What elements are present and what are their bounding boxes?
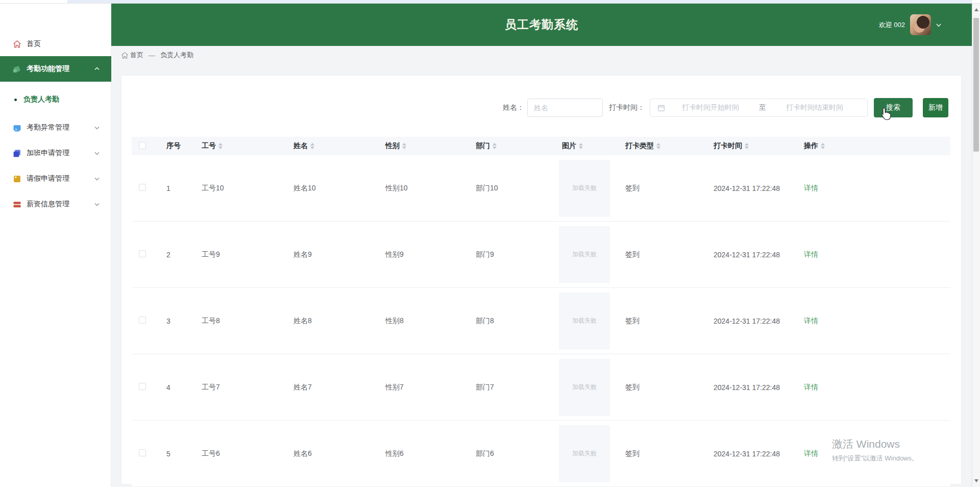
cell-punch-time: 2024-12-31 17:22:48	[710, 251, 800, 259]
cell-dept: 部门6	[470, 449, 556, 458]
col-header-index[interactable]: 序号	[158, 141, 196, 151]
col-header-punch-time[interactable]: 打卡时间	[710, 141, 800, 151]
cell-dept: 部门10	[470, 184, 556, 193]
sidebar-item-salary-info[interactable]: 薪资信息管理	[0, 191, 111, 217]
avatar[interactable]	[910, 14, 931, 35]
chevron-down-icon	[94, 150, 100, 156]
col-header-dept[interactable]: 部门	[470, 141, 556, 151]
breadcrumb: 首页 — 负责人考勤	[121, 51, 193, 60]
col-header-picture[interactable]: 图片	[556, 141, 622, 151]
breadcrumb-home[interactable]: 首页	[121, 51, 143, 60]
cell-jobno: 工号7	[196, 383, 288, 392]
cell-punch-type: 签到	[622, 250, 710, 259]
cell-gender: 性别6	[380, 449, 470, 458]
detail-link[interactable]: 详情	[804, 184, 818, 192]
search-toolbar: 姓名： 打卡时间： 打卡时间开始时间 至 打卡时间结束时间 搜索 新增	[121, 98, 948, 117]
sidebar-item-label: 考勤异常管理	[27, 123, 94, 132]
chevron-down-icon	[94, 176, 100, 182]
user-menu[interactable]: 欢迎 002	[879, 4, 942, 46]
cell-index: 3	[158, 317, 196, 325]
table-row: 1 工号10 姓名10 性别10 部门10 加载失败 签到 2024-12-31…	[132, 155, 950, 222]
sort-icon	[310, 143, 314, 149]
page-scrollbar[interactable]	[972, 4, 980, 487]
scrollbar-up-arrow-icon[interactable]	[972, 6, 980, 14]
image-load-failed-placeholder: 加载失败	[559, 160, 610, 217]
table-row: 5 工号6 姓名6 性别6 部门6 加载失败 签到 2024-12-31 17:…	[132, 421, 950, 487]
sort-icon	[218, 143, 223, 149]
sidebar-item-label: 请假申请管理	[27, 174, 94, 183]
cell-name: 姓名6	[288, 449, 380, 458]
punch-time-label: 打卡时间：	[609, 103, 645, 112]
sidebar: 首页 考勤功能管理 负责人考勤 考勤异常管理 加班申请管理	[0, 4, 111, 487]
row-checkbox[interactable]	[139, 250, 146, 257]
col-header-punch-type[interactable]: 打卡类型	[622, 141, 710, 151]
scrollbar-thumb[interactable]	[973, 18, 979, 152]
top-edge-tint	[67, 0, 972, 3]
add-button[interactable]: 新增	[923, 98, 948, 117]
sidebar-item-overtime-request[interactable]: 加班申请管理	[0, 140, 111, 166]
cell-punch-type: 签到	[622, 449, 710, 458]
col-header-name[interactable]: 姓名	[288, 141, 380, 151]
attendance-icon	[12, 64, 21, 74]
attendance-abnormal-icon	[12, 123, 21, 132]
name-input[interactable]	[527, 99, 603, 117]
image-load-failed-placeholder: 加载失败	[559, 425, 610, 482]
cell-jobno: 工号6	[196, 449, 288, 458]
overtime-icon	[12, 149, 21, 158]
row-checkbox[interactable]	[139, 383, 146, 390]
cell-gender: 性别9	[380, 250, 470, 259]
sidebar-subitem-leader-attendance[interactable]: 负责人考勤	[0, 87, 111, 112]
cell-name: 姓名7	[288, 383, 380, 392]
page-title: 员工考勤系统	[111, 4, 972, 46]
sidebar-subitem-label: 负责人考勤	[23, 95, 59, 104]
sidebar-item-label: 首页	[27, 39, 111, 48]
col-header-action[interactable]: 操作	[800, 141, 950, 151]
sort-icon	[402, 143, 406, 149]
detail-link[interactable]: 详情	[804, 449, 818, 457]
row-checkbox[interactable]	[139, 316, 146, 324]
sidebar-item-label: 薪资信息管理	[27, 200, 94, 209]
attendance-table: 序号 工号 姓名 性别 部门 图片 打卡类型 打卡时间 操作 1 工号10 姓名…	[132, 137, 950, 487]
chevron-down-icon	[94, 125, 100, 131]
sort-icon	[821, 143, 825, 149]
sidebar-item-attendance-management[interactable]: 考勤功能管理	[0, 56, 111, 82]
cell-punch-time: 2024-12-31 17:22:48	[710, 184, 800, 192]
punch-time-range-input[interactable]: 打卡时间开始时间 至 打卡时间结束时间	[650, 99, 868, 117]
cell-punch-type: 签到	[622, 184, 710, 193]
cell-name: 姓名10	[288, 184, 380, 193]
scrollbar-down-arrow-icon[interactable]	[972, 477, 980, 485]
image-load-failed-placeholder: 加载失败	[559, 226, 610, 283]
row-checkbox[interactable]	[139, 449, 146, 456]
main-content: 首页 — 负责人考勤 姓名： 打卡时间： 打卡时间开始时间 至 打卡时间结束时间…	[111, 46, 972, 487]
select-all-checkbox[interactable]	[139, 142, 146, 149]
col-header-gender[interactable]: 性别	[380, 141, 470, 151]
breadcrumb-separator: —	[149, 52, 155, 59]
detail-link[interactable]: 详情	[804, 316, 818, 325]
detail-link[interactable]: 详情	[804, 250, 818, 258]
image-load-failed-placeholder: 加载失败	[559, 359, 610, 416]
name-label: 姓名：	[503, 103, 524, 112]
chevron-down-icon[interactable]	[935, 21, 942, 29]
col-header-jobno[interactable]: 工号	[196, 141, 288, 151]
row-checkbox[interactable]	[139, 184, 146, 191]
welcome-text: 欢迎 002	[879, 20, 905, 30]
cell-jobno: 工号9	[196, 250, 288, 259]
cell-index: 2	[158, 251, 196, 259]
cell-dept: 部门8	[470, 316, 556, 326]
sidebar-item-leave-request[interactable]: 请假申请管理	[0, 166, 111, 191]
leave-icon	[12, 174, 21, 183]
sidebar-item-attendance-abnormal[interactable]: 考勤异常管理	[0, 115, 111, 140]
sidebar-item-home[interactable]: 首页	[0, 31, 111, 57]
salary-icon	[12, 200, 21, 209]
start-time-placeholder[interactable]: 打卡时间开始时间	[665, 103, 756, 112]
search-button[interactable]: 搜索	[874, 98, 913, 117]
cell-punch-time: 2024-12-31 17:22:48	[710, 383, 800, 392]
detail-link[interactable]: 详情	[804, 383, 818, 391]
cell-punch-type: 签到	[622, 383, 710, 392]
end-time-placeholder[interactable]: 打卡时间结束时间	[769, 103, 860, 112]
cell-jobno: 工号10	[196, 184, 288, 193]
sidebar-item-label: 加班申请管理	[27, 149, 94, 158]
sort-icon	[579, 143, 583, 149]
home-outline-icon	[121, 52, 129, 59]
chevron-down-icon	[94, 201, 100, 207]
